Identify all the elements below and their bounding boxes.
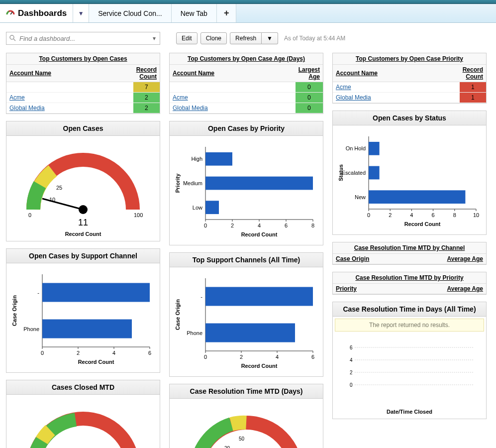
table-row: 0 xyxy=(170,82,323,93)
svg-text:2: 2 xyxy=(240,354,243,360)
table-row: Acme0 xyxy=(170,93,323,103)
svg-text:0: 0 xyxy=(28,212,31,218)
svg-text:4: 4 xyxy=(112,350,115,356)
svg-text:Record Count: Record Count xyxy=(241,363,278,369)
tab-row: Dashboards ▼ Service Cloud Con... New Ta… xyxy=(0,4,496,23)
account-link xyxy=(170,82,296,93)
dashboards-label: Dashboards xyxy=(18,8,67,18)
svg-text:0: 0 xyxy=(350,382,353,388)
search-dropdown[interactable]: ▾ xyxy=(149,33,159,44)
widget-res-mtd-channel: Case Resolution Time MTD by Channel Case… xyxy=(332,242,487,265)
svg-text:4: 4 xyxy=(350,357,353,363)
widget-title[interactable]: Top Customers by Open Cases xyxy=(6,53,160,65)
widget-top-priority: Top Customers by Open Case Priority Acco… xyxy=(332,53,487,104)
svg-text:Phone: Phone xyxy=(187,330,202,336)
svg-rect-50 xyxy=(205,324,295,342)
table-row: Acme1 xyxy=(333,82,486,93)
svg-text:Low: Low xyxy=(193,205,202,211)
svg-text:2: 2 xyxy=(231,223,234,228)
dashboard-search-input[interactable] xyxy=(6,32,160,45)
count-badge: 0 xyxy=(296,82,323,93)
svg-text:-: - xyxy=(37,290,39,296)
svg-text:2: 2 xyxy=(77,350,80,356)
svg-rect-70 xyxy=(369,190,465,204)
svg-line-7 xyxy=(42,199,83,210)
svg-text:Case Origin: Case Origin xyxy=(175,299,181,330)
svg-line-0 xyxy=(10,12,12,14)
widget-cases-closed-mtd: Cases Closed MTD xyxy=(6,380,160,448)
svg-text:0: 0 xyxy=(367,212,370,218)
svg-text:Record Count: Record Count xyxy=(404,221,441,227)
svg-text:Status: Status xyxy=(338,164,344,181)
gauge-icon xyxy=(6,7,15,19)
svg-text:High: High xyxy=(191,156,202,162)
edit-button[interactable]: Edit xyxy=(176,32,198,44)
svg-text:Record Count: Record Count xyxy=(78,359,114,365)
tab-new-tab[interactable]: New Tab xyxy=(172,4,217,22)
widget-top-open-cases: Top Customers by Open Cases Account Name… xyxy=(6,53,160,114)
svg-text:25: 25 xyxy=(56,185,62,191)
table-row: Acme2 xyxy=(6,93,160,103)
svg-rect-14 xyxy=(42,320,132,338)
count-badge: 2 xyxy=(133,103,160,113)
account-link[interactable]: Global Media xyxy=(170,103,296,113)
widget-open-cases-by-channel: Open Cases by Support Channel -Phone0246… xyxy=(6,248,160,373)
svg-text:6: 6 xyxy=(148,350,151,356)
clone-button[interactable]: Clone xyxy=(200,32,227,44)
svg-text:6: 6 xyxy=(350,345,353,350)
table-row: Global Media0 xyxy=(170,103,323,113)
widget-top-age: Top Customers by Open Case Age (Days) Ac… xyxy=(169,53,323,114)
svg-text:On Hold: On Hold xyxy=(346,145,366,151)
account-link[interactable]: Global Media xyxy=(6,103,133,113)
table-row: 7 xyxy=(6,82,160,93)
svg-text:10: 10 xyxy=(473,212,479,218)
svg-text:6: 6 xyxy=(311,354,314,360)
add-tab-button[interactable]: + xyxy=(217,4,237,22)
widget-res-time-mtd-days: Case Resolution Time MTD (Days) 50 20 xyxy=(169,384,323,448)
widget-top-channels: Top Support Channels (All Time) -Phone02… xyxy=(169,252,323,377)
widget-res-mtd-priority: Case Resolution Time MTD by Priority Pri… xyxy=(332,272,487,295)
svg-text:6: 6 xyxy=(285,223,288,228)
svg-rect-30 xyxy=(205,177,313,190)
count-badge: 2 xyxy=(133,93,160,103)
svg-text:8: 8 xyxy=(453,212,456,218)
svg-text:Record Count: Record Count xyxy=(241,231,278,237)
svg-text:Phone: Phone xyxy=(23,326,39,332)
svg-rect-48 xyxy=(205,287,313,306)
svg-rect-12 xyxy=(42,283,150,302)
svg-rect-66 xyxy=(369,142,380,155)
svg-text:50: 50 xyxy=(239,436,245,442)
refresh-button[interactable]: Refresh xyxy=(230,32,262,44)
toolbar: ▾ Edit Clone Refresh ▼ As of Today at 5:… xyxy=(6,32,491,45)
svg-text:Priority: Priority xyxy=(175,173,181,193)
svg-text:-: - xyxy=(200,294,202,300)
svg-text:2: 2 xyxy=(389,212,392,218)
svg-text:0: 0 xyxy=(204,354,207,360)
svg-rect-28 xyxy=(205,152,232,166)
refresh-dropdown[interactable]: ▼ xyxy=(262,32,278,44)
svg-text:2: 2 xyxy=(350,370,353,375)
svg-text:6: 6 xyxy=(432,212,435,218)
svg-text:New: New xyxy=(355,194,366,200)
svg-text:100: 100 xyxy=(134,212,143,218)
svg-text:0: 0 xyxy=(204,223,207,228)
svg-line-2 xyxy=(13,39,15,41)
svg-text:0: 0 xyxy=(41,350,44,356)
account-link[interactable]: Acme xyxy=(333,82,460,93)
window-top-bar xyxy=(0,0,496,4)
dashboards-tab[interactable]: Dashboards xyxy=(0,4,73,22)
svg-text:Escalated: Escalated xyxy=(342,170,366,176)
widget-open-by-status: Open Cases by Status On HoldEscalatedNew… xyxy=(332,111,487,235)
tab-service-cloud[interactable]: Service Cloud Con... xyxy=(89,4,171,22)
account-link xyxy=(6,82,133,93)
svg-text:Case Origin: Case Origin xyxy=(11,295,17,326)
account-link[interactable]: Global Media xyxy=(333,93,460,103)
empty-results-message: The report returned no results. xyxy=(335,319,484,332)
dashboards-dropdown[interactable]: ▼ xyxy=(73,4,89,22)
account-link[interactable]: Acme xyxy=(170,93,296,103)
account-link[interactable]: Acme xyxy=(6,93,133,103)
svg-point-1 xyxy=(10,35,14,39)
svg-text:Medium: Medium xyxy=(183,180,202,186)
count-badge: 1 xyxy=(460,93,486,103)
svg-text:4: 4 xyxy=(276,354,279,360)
